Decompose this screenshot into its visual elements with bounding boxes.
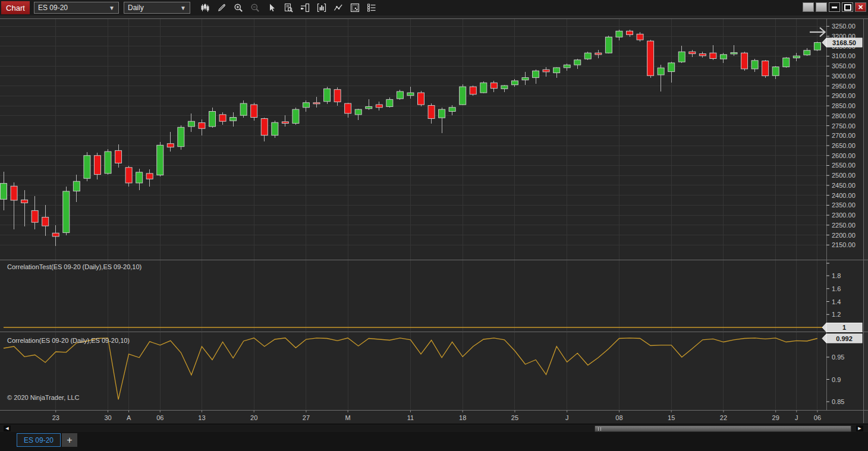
price-tick-label: 2200.00 (832, 232, 856, 239)
candle (303, 103, 309, 108)
test-panel-label: CorrelationTest(ES 09-20 (Daily),ES 09-2… (7, 263, 141, 270)
add-tab-label: + (67, 435, 72, 446)
candle (605, 37, 612, 53)
candle (720, 55, 727, 59)
close-button[interactable]: ✕ (855, 2, 866, 12)
scroll-left-button[interactable]: ◀ (4, 425, 11, 431)
zoom-in-button[interactable] (230, 1, 247, 14)
price-tick-label: 2700.00 (832, 132, 856, 139)
window-button-2[interactable] (816, 2, 827, 12)
candle (219, 115, 226, 121)
time-axis-label: 29 (772, 414, 779, 421)
time-axis-label: 06 (814, 414, 821, 421)
candle (710, 53, 716, 58)
price-tick-label: 3050.00 (832, 62, 856, 70)
candle (511, 81, 518, 85)
window-controls: ✕ (803, 2, 866, 12)
time-axis-label: 18 (459, 414, 466, 421)
candle (178, 127, 184, 146)
interval-dropdown[interactable]: Daily ▼ (124, 2, 190, 14)
candle (522, 78, 529, 80)
price-tick-label: 2800.00 (832, 112, 856, 119)
price-tick-label: 2550.00 (832, 162, 856, 169)
price-tick-label: 3000.00 (832, 72, 856, 80)
candle (460, 87, 466, 105)
price-tick-label: 2450.00 (832, 182, 856, 189)
scrollbar-thumb[interactable] (595, 425, 851, 432)
window-title-badge: Chart (1, 1, 30, 14)
indicators-icon (317, 3, 326, 12)
instrument-dropdown-value: ES 09-20 (38, 4, 105, 12)
candle (21, 200, 28, 203)
candle (240, 103, 247, 115)
candle (428, 105, 435, 118)
candle (772, 67, 779, 76)
candle (584, 53, 591, 59)
candle (209, 111, 216, 126)
candle (261, 119, 268, 135)
candle (115, 150, 122, 163)
svg-text:0.992: 0.992 (836, 335, 853, 342)
scroll-right-button[interactable]: ▶ (856, 425, 863, 431)
candle (94, 156, 100, 175)
candle (157, 145, 163, 175)
candle (32, 210, 38, 222)
candle (418, 93, 424, 105)
last-price-label: 3168.50 (822, 38, 862, 47)
candle (543, 70, 549, 72)
chart-properties-button[interactable] (347, 1, 363, 14)
candle (533, 71, 539, 77)
candle (783, 58, 790, 67)
bar-type-icon (200, 3, 210, 12)
zoom-out-button[interactable] (247, 1, 263, 14)
cursor-button[interactable] (263, 1, 280, 14)
window-button-1[interactable] (803, 2, 814, 12)
correlation-tick-label: 0.9 (832, 376, 841, 383)
chart-trader-icon (300, 3, 310, 12)
strategies-button[interactable] (330, 1, 347, 14)
chart-canvas[interactable]: 3250.003200.003150.003100.003050.003000.… (0, 15, 868, 424)
restore-button[interactable] (842, 2, 853, 12)
chart-background (0, 15, 868, 424)
time-axis-label: 20 (250, 414, 257, 421)
data-box-button[interactable] (280, 1, 297, 14)
price-tick-label: 2850.00 (832, 102, 856, 109)
price-tick-label: 2300.00 (832, 212, 856, 219)
candle (804, 51, 810, 55)
time-axis-label: 08 (615, 414, 622, 421)
candle (313, 103, 320, 104)
indicators-button[interactable] (313, 1, 330, 14)
time-axis-label: 25 (511, 414, 518, 421)
candle (762, 61, 769, 76)
right-gutter (863, 18, 868, 423)
svg-text:3168.50: 3168.50 (832, 39, 856, 46)
add-tab-button[interactable]: + (62, 433, 77, 447)
strategies-icon (334, 3, 343, 12)
time-axis-label: 13 (198, 414, 205, 421)
tab-label: ES 09-20 (24, 436, 54, 444)
chart-properties-icon (350, 3, 360, 12)
properties-button[interactable] (363, 1, 380, 14)
candle (105, 152, 111, 174)
candle (637, 34, 643, 40)
candle (345, 103, 351, 113)
tab-es-09-20[interactable]: ES 09-20 (17, 433, 61, 447)
minimize-button[interactable] (829, 2, 840, 12)
instrument-dropdown[interactable]: ES 09-20 ▼ (34, 2, 119, 14)
chevron-down-icon: ▼ (109, 5, 115, 11)
candle (449, 108, 455, 112)
candle (386, 99, 393, 106)
price-tick-label: 2600.00 (832, 152, 856, 159)
candle (334, 90, 341, 102)
toolbar (197, 1, 380, 14)
bar-type-button[interactable] (197, 1, 213, 14)
chart-window: Chart ES 09-20 ▼ Daily ▼ (0, 0, 868, 451)
drawing-tools-button[interactable] (213, 1, 230, 14)
candle (407, 93, 414, 96)
candle (84, 156, 90, 178)
price-tick-label: 2750.00 (832, 122, 856, 130)
price-tick-label: 2400.00 (832, 192, 856, 199)
chart-trader-button[interactable] (297, 1, 313, 14)
correlation-tick-label: 0.85 (832, 398, 844, 405)
correlation-tick-label: 0.95 (832, 354, 844, 361)
